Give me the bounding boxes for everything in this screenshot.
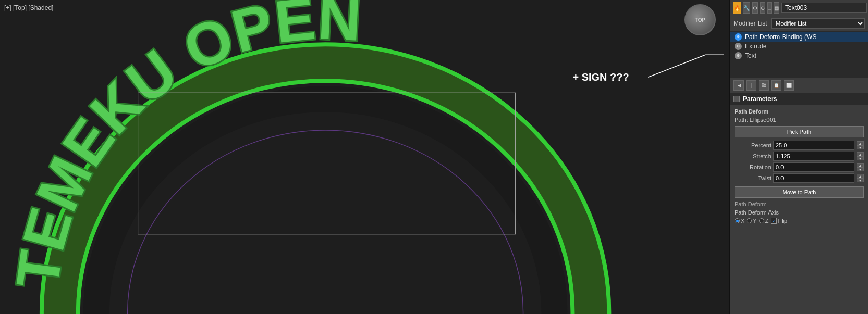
axis-y-label: Y xyxy=(753,218,756,224)
axis-x-label: X xyxy=(741,218,744,224)
path-info: Path: Ellipse001 xyxy=(735,117,864,123)
axis-radio-row: X Y Z ✓ Flip xyxy=(735,218,864,224)
radio-dot-x xyxy=(735,218,740,223)
mod-icon-expand[interactable]: ⬜ xyxy=(784,80,794,91)
toolbar-icon-modifier[interactable]: 🔧 xyxy=(743,2,750,14)
params-collapse-btn[interactable]: - xyxy=(733,96,740,102)
svg-text:+ SIGN ???: + SIGN ??? xyxy=(572,71,629,83)
mod-icon-paste[interactable]: 📋 xyxy=(771,80,781,91)
object-name-input[interactable] xyxy=(781,3,867,13)
toolbar-icon-hierarchy[interactable]: ⚙ xyxy=(752,2,758,14)
stack-item-extrude[interactable]: ⚙ Extrude xyxy=(730,42,868,51)
twist-spin-up[interactable]: ▲ xyxy=(857,174,864,178)
stretch-row: Stretch ▲ ▼ xyxy=(735,152,864,161)
percent-label: Percent xyxy=(735,142,771,148)
rotation-spin-up[interactable]: ▲ xyxy=(857,163,864,167)
twist-label: Twist xyxy=(735,175,771,181)
panel-toolbar: 🔥 🔧 ⚙ ⊙ □ ▦ ▼ xyxy=(730,0,868,16)
toolbar-icon-utilities[interactable]: ▦ xyxy=(774,2,779,14)
panel: 🔥 🔧 ⚙ ⊙ □ ▦ ▼ Modifier List Modifier Lis… xyxy=(730,0,868,314)
twist-spin-down[interactable]: ▼ xyxy=(857,178,864,182)
rotation-row: Rotation ▲ ▼ xyxy=(735,162,864,172)
mod-icon-chain[interactable]: ⛓ xyxy=(759,80,769,91)
rotation-spinner: ▲ ▼ xyxy=(857,163,864,171)
stretch-spin-up[interactable]: ▲ xyxy=(857,152,864,156)
toolbar-icon-motion[interactable]: ⊙ xyxy=(760,2,765,14)
params-title: Parameters xyxy=(743,95,777,103)
toolbar-icon-flame[interactable]: 🔥 xyxy=(733,2,741,14)
mod-icon-pin[interactable]: |◀ xyxy=(733,80,744,91)
axis-section-label: Path Deform Axis xyxy=(735,209,779,216)
stack-icon-text: ⚙ xyxy=(735,52,742,59)
modifier-toolbar: |◀ | ⛓ 📋 ⬜ xyxy=(730,78,868,93)
modifier-list-label: Modifier List xyxy=(733,20,769,27)
axis-radio-y[interactable]: Y xyxy=(747,218,756,224)
radio-dot-z xyxy=(759,218,764,223)
flip-label: Flip xyxy=(778,218,787,224)
stack-item-path-deform[interactable]: ⚙ Path Deform Binding (WS xyxy=(730,32,868,42)
stack-icon-extrude: ⚙ xyxy=(735,43,742,50)
stretch-input[interactable] xyxy=(773,152,854,161)
percent-input[interactable] xyxy=(773,141,854,150)
viewport-gizmo[interactable]: TOP xyxy=(684,4,721,41)
percent-spin-down[interactable]: ▼ xyxy=(857,145,864,149)
params-header: - Parameters xyxy=(730,93,868,105)
path-deform-section-title: Path Deform xyxy=(735,108,864,115)
viewport-label: [+] [Top] [Shaded] xyxy=(4,4,53,11)
twist-row: Twist ▲ ▼ xyxy=(735,173,864,183)
viewport: [+] [Top] [Shaded] TEMEKU OPEN + SIGN ??… xyxy=(0,0,730,314)
axis-radio-x[interactable]: X xyxy=(735,218,744,224)
modifier-list-row: Modifier List Modifier List xyxy=(730,16,868,31)
params-body: Path Deform Path: Ellipse001 Pick Path P… xyxy=(730,105,868,227)
pick-path-button[interactable]: Pick Path xyxy=(735,126,864,137)
axis-radio-z[interactable]: Z xyxy=(759,218,769,224)
percent-row: Percent ▲ ▼ xyxy=(735,141,864,150)
axis-radio-group: X Y Z ✓ Flip xyxy=(735,218,787,224)
twist-input[interactable] xyxy=(773,173,854,183)
rotation-input[interactable] xyxy=(773,162,854,172)
stack-item-path-deform-label: Path Deform Binding (WS xyxy=(745,33,816,41)
stretch-spin-down[interactable]: ▼ xyxy=(857,156,864,160)
rotation-spin-down[interactable]: ▼ xyxy=(857,167,864,171)
path-deform-footer: Path Deform xyxy=(735,201,864,207)
percent-spin-up[interactable]: ▲ xyxy=(857,141,864,145)
twist-spinner: ▲ ▼ xyxy=(857,174,864,182)
stack-icon-path-deform: ⚙ xyxy=(735,33,742,41)
axis-z-label: Z xyxy=(765,218,769,224)
modifier-stack: ⚙ Path Deform Binding (WS ⚙ Extrude ⚙ Te… xyxy=(730,31,868,78)
percent-spinner: ▲ ▼ xyxy=(857,141,864,149)
axis-row: Path Deform Axis xyxy=(735,209,864,216)
parameters-section: - Parameters Path Deform Path: Ellipse00… xyxy=(730,93,868,314)
modifier-list-dropdown[interactable]: Modifier List xyxy=(771,18,865,29)
stack-item-extrude-label: Extrude xyxy=(745,43,766,50)
stack-item-text[interactable]: ⚙ Text xyxy=(730,51,868,60)
mod-icon-light[interactable]: | xyxy=(746,80,756,91)
stretch-spinner: ▲ ▼ xyxy=(857,152,864,160)
stack-item-text-label: Text xyxy=(745,52,756,59)
move-to-path-button[interactable]: Move to Path xyxy=(735,186,864,198)
toolbar-icon-display[interactable]: □ xyxy=(767,2,772,14)
flip-checkbox[interactable]: ✓ Flip xyxy=(771,218,787,224)
flip-checkbox-box: ✓ xyxy=(771,218,777,224)
gizmo-circle: TOP xyxy=(684,4,716,35)
radio-dot-y xyxy=(747,218,752,223)
stretch-label: Stretch xyxy=(735,153,771,159)
rotation-label: Rotation xyxy=(735,164,771,170)
